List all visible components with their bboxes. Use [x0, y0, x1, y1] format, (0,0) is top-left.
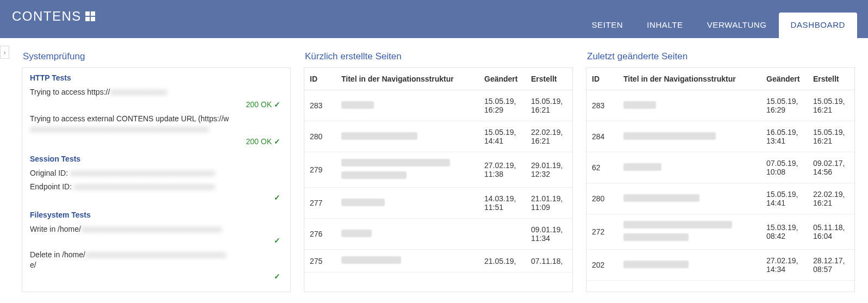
cell-id: 280: [304, 121, 336, 152]
table-row[interactable]: 28015.05.19, 14:4122.02.19, 16:21: [586, 183, 854, 214]
check-icon: ✓: [274, 137, 280, 146]
cell-changed: 27.02.19, 14:34: [761, 250, 808, 281]
cell-changed: 15.05.19, 14:41: [479, 121, 526, 152]
col-id[interactable]: ID: [586, 68, 618, 90]
table-row[interactable]: 27927.02.19, 11:3829.01.19, 12:32: [304, 152, 572, 188]
cell-changed: 15.03.19, 08:42: [761, 214, 808, 250]
cell-created: 22.02.19, 16:21: [526, 121, 572, 152]
cell-created: 09.01.19, 11:34: [526, 219, 572, 250]
col-changed[interactable]: Geändert: [761, 68, 808, 90]
cell-created: 05.11.18, 16:04: [808, 214, 854, 250]
http-status: 200 OK✓: [30, 99, 283, 112]
cell-title: [336, 188, 479, 219]
cell-created: 22.02.19, 16:21: [808, 183, 854, 214]
cell-id: 202: [586, 250, 618, 281]
panel-title: Zuletzt geänderte Seiten: [586, 49, 855, 67]
check-icon: ✓: [30, 272, 283, 284]
cell-created: 15.05.19, 16:21: [808, 121, 854, 152]
main-nav: SEITEN INHALTE VERWALTUNG DASHBOARD: [579, 13, 857, 38]
fs-line: Write in /home/xxxxxxxxxxxxxxxxxxxxxxxxx…: [30, 222, 283, 236]
dashboard: Systemprüfung HTTP Tests Trying to acces…: [0, 38, 868, 303]
cell-title: [336, 152, 479, 188]
cell-created: 07.11.18,: [526, 250, 572, 273]
cell-id: 283: [304, 90, 336, 121]
table-head: ID Titel in der Navigationsstruktur Geän…: [586, 68, 854, 90]
table-row[interactable]: 27215.03.19, 08:4205.11.18, 16:04: [586, 214, 854, 250]
cell-id: 279: [304, 152, 336, 188]
fs-line: Delete in /home/xxxxxxxxxxxxxxxxxxxxxxxx…: [30, 248, 283, 272]
table-row[interactable]: 20227.02.19, 14:3428.12.17, 08:57: [586, 250, 854, 281]
sidebar-expand-button[interactable]: ›: [0, 46, 9, 59]
session-line: Endpoint ID: xxxxxxxxxxxxxxxxxxxxxxxxxxx…: [30, 180, 283, 194]
table-row[interactable]: 28416.05.19, 13:4115.05.19, 16:21: [586, 121, 854, 152]
cell-id: 284: [586, 121, 618, 152]
col-created[interactable]: Erstellt: [526, 68, 572, 90]
brand-squares-icon: [85, 11, 96, 22]
cell-id: 283: [586, 90, 618, 121]
cell-title: [336, 121, 479, 152]
http-line: Trying to access https://xxxxxxxxxxxxxxx: [30, 85, 283, 99]
col-created[interactable]: Erstellt: [808, 68, 854, 90]
col-id[interactable]: ID: [304, 68, 336, 90]
tab-inhalte[interactable]: INHALTE: [635, 13, 695, 38]
cell-id: 272: [586, 214, 618, 250]
cell-title: [618, 152, 761, 183]
cell-title: [618, 183, 761, 214]
table-row[interactable]: 6207.05.19, 10:0809.02.17, 14:56: [586, 152, 854, 183]
cell-changed: 07.05.19, 10:08: [761, 152, 808, 183]
table-row[interactable]: 27521.05.19,07.11.18,: [304, 250, 572, 273]
panel-recent-pages: Kürzlich erstellte Seiten ID Titel in de…: [304, 49, 573, 292]
cell-changed: 15.05.19, 16:29: [761, 90, 808, 121]
cell-created: 28.12.17, 08:57: [808, 250, 854, 281]
col-title[interactable]: Titel in der Navigationsstruktur: [336, 68, 479, 90]
cell-title: [618, 250, 761, 281]
table-head: ID Titel in der Navigationsstruktur Geän…: [304, 68, 572, 90]
cell-title: [336, 219, 479, 250]
table-row[interactable]: 28015.05.19, 14:4122.02.19, 16:21: [304, 121, 572, 152]
http-status: 200 OK✓: [30, 136, 283, 149]
panel-changed-pages: Zuletzt geänderte Seiten ID Titel in der…: [586, 49, 855, 292]
cell-id: 62: [586, 152, 618, 183]
cell-changed: 27.02.19, 11:38: [479, 152, 526, 188]
cell-changed: 14.03.19, 11:51: [479, 188, 526, 219]
cell-title: [336, 250, 479, 273]
panel-title: Systemprüfung: [22, 49, 291, 67]
cell-changed: 15.05.19, 14:41: [761, 183, 808, 214]
system-check-body[interactable]: HTTP Tests Trying to access https://xxxx…: [22, 67, 291, 292]
table-row[interactable]: 28315.05.19, 16:2915.05.19, 16:21: [304, 90, 572, 121]
cell-created: 15.05.19, 16:21: [808, 90, 854, 121]
cell-id: 275: [304, 250, 336, 273]
panel-title: Kürzlich erstellte Seiten: [304, 49, 573, 67]
col-changed[interactable]: Geändert: [479, 68, 526, 90]
col-title[interactable]: Titel in der Navigationsstruktur: [618, 68, 761, 90]
table-row[interactable]: 28315.05.19, 16:2915.05.19, 16:21: [586, 90, 854, 121]
session-line: Original ID: xxxxxxxxxxxxxxxxxxxxxxxxxxx…: [30, 166, 283, 180]
tab-seiten[interactable]: SEITEN: [579, 13, 635, 38]
tab-verwaltung[interactable]: VERWALTUNG: [695, 13, 779, 38]
recent-pages-table: ID Titel in der Navigationsstruktur Geän…: [304, 68, 572, 273]
cell-id: 277: [304, 188, 336, 219]
session-heading: Session Tests: [30, 154, 283, 163]
changed-pages-table: ID Titel in der Navigationsstruktur Geän…: [586, 68, 854, 281]
http-line: Trying to access external CONTENS update…: [30, 112, 283, 136]
table-row[interactable]: 27609.01.19, 11:34: [304, 219, 572, 250]
check-icon: ✓: [274, 100, 280, 109]
cell-created: 15.05.19, 16:21: [526, 90, 572, 121]
changed-pages-body[interactable]: ID Titel in der Navigationsstruktur Geän…: [586, 67, 855, 292]
panel-system-check: Systemprüfung HTTP Tests Trying to acces…: [22, 49, 291, 292]
cell-id: 280: [586, 183, 618, 214]
http-heading: HTTP Tests: [30, 73, 283, 82]
recent-pages-body[interactable]: ID Titel in der Navigationsstruktur Geän…: [304, 67, 573, 292]
cell-changed: 21.05.19,: [479, 250, 526, 273]
cell-title: [618, 121, 761, 152]
cell-changed: [479, 219, 526, 250]
app-header: CONTENS SEITEN INHALTE VERWALTUNG DASHBO…: [0, 0, 868, 38]
cell-created: 09.02.17, 14:56: [808, 152, 854, 183]
chevron-right-icon: ›: [4, 49, 6, 55]
cell-title: [336, 90, 479, 121]
tab-dashboard[interactable]: DASHBOARD: [779, 13, 857, 38]
table-row[interactable]: 27714.03.19, 11:5121.01.19, 11:09: [304, 188, 572, 219]
brand-text: CONTENS: [12, 9, 82, 24]
brand: CONTENS: [12, 9, 96, 24]
cell-id: 276: [304, 219, 336, 250]
